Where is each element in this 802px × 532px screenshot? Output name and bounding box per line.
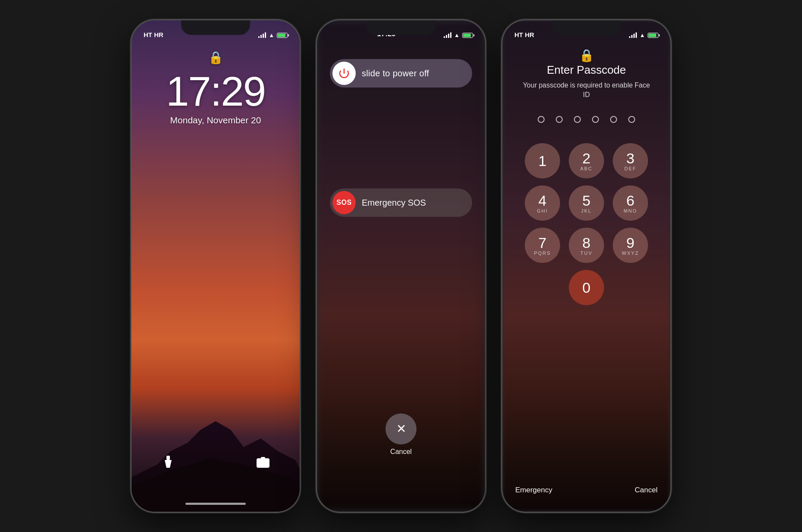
key-4-letters: GHI bbox=[537, 208, 548, 213]
lock-time: 17:29 bbox=[166, 68, 265, 115]
passcode-dot-1 bbox=[538, 116, 545, 123]
key-8-number: 8 bbox=[583, 235, 591, 250]
lock-icon: 🔒 bbox=[208, 50, 223, 65]
key-8-letters: TUV bbox=[580, 250, 592, 256]
sos-thumb-label: SOS bbox=[336, 199, 351, 207]
key-4[interactable]: 4 GHI bbox=[525, 185, 560, 221]
svg-rect-8 bbox=[261, 457, 265, 459]
power-slider-label: slide to power off bbox=[362, 69, 429, 78]
cancel-button-passcode[interactable]: Cancel bbox=[635, 486, 658, 494]
key-7[interactable]: 7 PQRS bbox=[525, 228, 560, 263]
key-9-letters: WXYZ bbox=[622, 250, 639, 256]
wifi-icon: ▲ bbox=[269, 32, 274, 38]
passcode-dot-6 bbox=[628, 116, 635, 123]
key-2-letters: ABC bbox=[580, 166, 593, 171]
svg-point-7 bbox=[262, 462, 264, 464]
key-6-number: 6 bbox=[627, 193, 635, 208]
key-9-number: 9 bbox=[627, 235, 635, 250]
cancel-button[interactable]: ✕ bbox=[385, 413, 417, 444]
sos-slider-label: Emergency SOS bbox=[362, 198, 426, 208]
passcode-dot-4 bbox=[592, 116, 599, 123]
battery-fill bbox=[278, 34, 285, 37]
numpad: 1 2 ABC 3 DEF 4 GHI 5 JKL bbox=[520, 143, 653, 312]
battery-3 bbox=[648, 33, 658, 38]
signal-bars-2 bbox=[444, 32, 451, 38]
notch-2 bbox=[367, 20, 435, 35]
passcode-dot-5 bbox=[610, 116, 617, 123]
power-slider-track[interactable]: slide to power off bbox=[330, 59, 472, 88]
signal-bar-2 bbox=[260, 35, 262, 38]
sos-slider-thumb[interactable]: SOS bbox=[332, 191, 356, 214]
sos-slider[interactable]: SOS Emergency SOS bbox=[330, 188, 472, 217]
key-3[interactable]: 3 DEF bbox=[613, 143, 648, 178]
passcode-bottom-bar: Emergency Cancel bbox=[515, 486, 658, 494]
battery-fill-2 bbox=[463, 34, 471, 37]
camera-button[interactable] bbox=[252, 451, 274, 473]
svg-rect-2 bbox=[166, 456, 170, 460]
key-2-number: 2 bbox=[583, 151, 591, 166]
signal-bar-1 bbox=[258, 36, 260, 38]
key-5-letters: JKL bbox=[581, 208, 592, 213]
phone-2-poweroff: 17:29 ▲ bbox=[317, 20, 485, 512]
key-1-number: 1 bbox=[539, 153, 547, 168]
key-7-number: 7 bbox=[539, 235, 547, 250]
carrier-label: HT HR bbox=[144, 31, 163, 38]
key-5[interactable]: 5 JKL bbox=[569, 185, 604, 221]
key-6-letters: MNO bbox=[623, 208, 637, 213]
battery-icon bbox=[277, 33, 288, 38]
key-5-number: 5 bbox=[583, 193, 591, 208]
key-3-letters: DEF bbox=[624, 166, 636, 171]
status-right-2: ▲ bbox=[444, 32, 473, 38]
battery-2 bbox=[462, 33, 473, 38]
phone-3-passcode: HT HR ▲ 🔒 Enter Passcode Your passcode i… bbox=[502, 20, 670, 512]
passcode-title: Enter Passcode bbox=[502, 63, 670, 77]
wifi-icon-2: ▲ bbox=[454, 32, 460, 38]
passcode-subtitle: Your passcode is required to enable Face… bbox=[520, 81, 653, 100]
passcode-dots bbox=[502, 116, 670, 123]
phone-1-lockscreen: HT HR ▲ 🔒 17:29 Monday, November 20 bbox=[132, 20, 300, 512]
passcode-dot-2 bbox=[556, 116, 563, 123]
svg-rect-9 bbox=[257, 459, 259, 460]
key-1[interactable]: 1 bbox=[525, 143, 560, 178]
key-6[interactable]: 6 MNO bbox=[613, 185, 648, 221]
emergency-button[interactable]: Emergency bbox=[515, 486, 552, 494]
home-indicator bbox=[185, 503, 246, 505]
signal-bar-3 bbox=[263, 34, 264, 38]
flashlight-button[interactable] bbox=[157, 451, 179, 473]
wifi-icon-3: ▲ bbox=[639, 32, 645, 38]
cancel-x-icon: ✕ bbox=[396, 423, 406, 435]
key-7-letters: PQRS bbox=[534, 250, 551, 256]
cancel-label: Cancel bbox=[390, 448, 412, 456]
lock-date: Monday, November 20 bbox=[170, 115, 261, 125]
numpad-row-3: 7 PQRS 8 TUV 9 WXYZ bbox=[520, 228, 653, 263]
lock-bottom-icons bbox=[132, 451, 300, 473]
signal-bars-3 bbox=[629, 32, 637, 38]
numpad-row-1: 1 2 ABC 3 DEF bbox=[520, 143, 653, 178]
key-4-number: 4 bbox=[539, 193, 547, 208]
numpad-row-4: 0 bbox=[520, 270, 653, 305]
power-slider[interactable]: slide to power off bbox=[330, 59, 472, 88]
battery-fill-3 bbox=[648, 34, 656, 37]
key-3-number: 3 bbox=[627, 151, 635, 166]
notch bbox=[181, 20, 250, 35]
svg-rect-4 bbox=[167, 462, 169, 465]
power-icon bbox=[338, 67, 350, 79]
carrier-label-3: HT HR bbox=[514, 31, 534, 38]
key-9[interactable]: 9 WXYZ bbox=[613, 228, 648, 263]
cancel-button-container: ✕ Cancel bbox=[385, 413, 417, 456]
key-2[interactable]: 2 ABC bbox=[569, 143, 604, 178]
sos-slider-track[interactable]: SOS Emergency SOS bbox=[330, 188, 472, 217]
status-right-icons: ▲ bbox=[258, 32, 288, 38]
key-8[interactable]: 8 TUV bbox=[569, 228, 604, 263]
numpad-row-2: 4 GHI 5 JKL 6 MNO bbox=[520, 185, 653, 221]
signal-bar-4 bbox=[265, 32, 266, 38]
notch-3 bbox=[552, 20, 621, 35]
key-0-number: 0 bbox=[583, 280, 591, 295]
status-right-3: ▲ bbox=[629, 32, 658, 38]
passcode-dot-3 bbox=[574, 116, 581, 123]
key-0[interactable]: 0 bbox=[569, 270, 604, 305]
power-slider-thumb[interactable] bbox=[332, 62, 356, 85]
lock-icon-passcode: 🔒 bbox=[579, 48, 594, 63]
signal-bars bbox=[258, 32, 266, 38]
